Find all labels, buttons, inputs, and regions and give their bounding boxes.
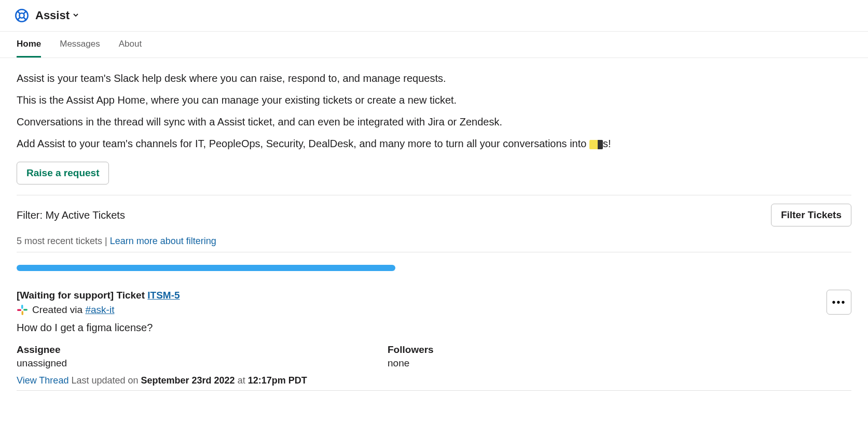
filter-row: Filter: My Active Tickets Filter Tickets	[17, 204, 851, 226]
updated-at: at	[235, 375, 248, 386]
filter-tickets-button[interactable]: Filter Tickets	[771, 204, 851, 226]
chevron-down-icon	[73, 11, 79, 20]
svg-rect-7	[23, 309, 27, 311]
channel-link[interactable]: #ask-it	[85, 304, 114, 315]
section-divider	[17, 195, 851, 195]
tab-home[interactable]: Home	[17, 32, 41, 58]
svg-rect-9	[17, 309, 21, 311]
slack-icon	[17, 304, 28, 316]
raise-request-button[interactable]: Raise a request	[17, 162, 109, 184]
ticket-id-link[interactable]: ITSM-5	[147, 290, 180, 301]
assist-app-icon	[15, 8, 29, 23]
assignee-col: Assignee unassigned	[17, 344, 388, 369]
ticket-meta: Assignee unassigned Followers none	[17, 344, 851, 369]
learn-more-filtering-link[interactable]: Learn more about filtering	[110, 236, 216, 246]
svg-line-5	[24, 18, 26, 20]
app-title-toggle[interactable]: Assist	[35, 9, 79, 22]
intro-section: Assist is your team's Slack help desk wh…	[17, 70, 851, 151]
ticket-header: [Waiting for support] Ticket ITSM-5	[17, 290, 851, 301]
svg-line-2	[18, 11, 20, 13]
intro-line-1: Assist is your team's Slack help desk wh…	[17, 70, 851, 86]
ticket-card: ••• [Waiting for support] Ticket ITSM-5 …	[17, 290, 851, 391]
followers-value: none	[388, 358, 759, 369]
intro-line-4-suffix: s!	[603, 138, 611, 149]
tabs: Home Messages About	[0, 32, 868, 58]
intro-line-3: Conversations in the thread will sync wi…	[17, 114, 851, 130]
assignee-label: Assignee	[17, 344, 388, 356]
ticket-status-title: [Waiting for support] Ticket	[17, 290, 147, 301]
ticket-emoji-icon	[589, 140, 603, 149]
intro-line-2: This is the Assist App Home, where you c…	[17, 92, 851, 108]
followers-label: Followers	[388, 344, 759, 356]
assignee-value: unassigned	[17, 358, 388, 369]
updated-time: 12:17pm PDT	[248, 375, 307, 386]
created-via-text: Created via	[32, 304, 85, 315]
content-area[interactable]: Assist is your team's Slack help desk wh…	[0, 58, 868, 422]
app-title: Assist	[35, 9, 70, 22]
tab-about[interactable]: About	[119, 32, 142, 58]
app-header: Assist	[0, 0, 868, 32]
recent-tickets-info: 5 most recent tickets | Learn more about…	[17, 236, 851, 247]
svg-line-4	[18, 18, 20, 20]
intro-line-4: Add Assist to your team's channels for I…	[17, 136, 851, 151]
ticket-accent-bar	[17, 265, 395, 271]
svg-rect-6	[21, 305, 23, 309]
ticket-question: How do I get a figma license?	[17, 322, 851, 334]
filter-divider	[17, 252, 851, 252]
ticket-created-row: Created via #ask-it	[17, 304, 851, 316]
ticket-more-button[interactable]: •••	[826, 290, 851, 315]
tab-messages[interactable]: Messages	[60, 32, 100, 58]
svg-line-3	[24, 11, 26, 13]
thread-row: View Thread Last updated on September 23…	[17, 375, 851, 386]
intro-line-4-prefix: Add Assist to your team's channels for I…	[17, 138, 589, 149]
followers-col: Followers none	[388, 344, 759, 369]
ticket-divider	[17, 390, 851, 391]
updated-date: September 23rd 2022	[141, 375, 235, 386]
filter-label: Filter: My Active Tickets	[17, 209, 125, 221]
svg-rect-8	[22, 311, 24, 315]
view-thread-link[interactable]: View Thread	[17, 375, 68, 386]
svg-point-1	[19, 13, 24, 18]
updated-prefix: Last updated on	[68, 375, 141, 386]
recent-prefix: 5 most recent tickets |	[17, 236, 110, 246]
svg-point-0	[16, 9, 27, 21]
